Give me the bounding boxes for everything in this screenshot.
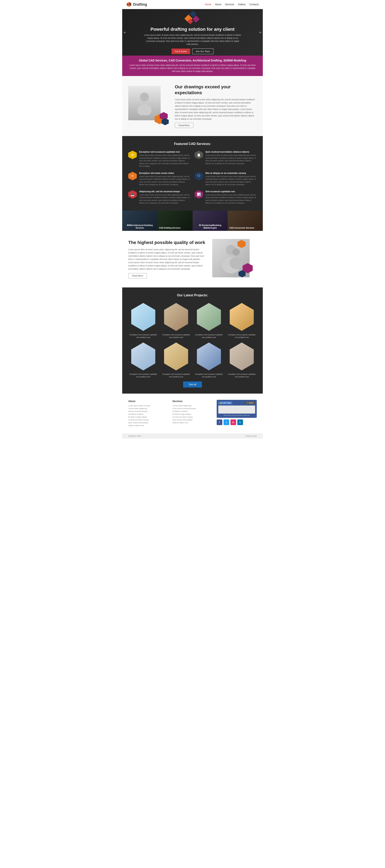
- project-item-8[interactable]: Excepteur sint occaecat cupidatat non pr…: [227, 341, 257, 378]
- project-hex-2: [162, 303, 190, 331]
- twitter-icon[interactable]: t: [224, 420, 229, 425]
- nav-about[interactable]: About: [215, 3, 221, 6]
- project-hex-wrapper-5: [128, 341, 158, 371]
- project-img-5: [129, 342, 157, 370]
- footer-about-link-4[interactable]: Incididunt ut labore: [128, 413, 168, 415]
- facebook-icon[interactable]: f: [217, 420, 223, 425]
- social-tagline: Be the first of your friends to like thi…: [218, 414, 255, 416]
- footer-about-link-5[interactable]: Et dolore magna aliqua: [128, 416, 168, 418]
- project-item-7[interactable]: Excepteur sint occaecat cupidatat non pr…: [194, 341, 224, 378]
- nav-gallery[interactable]: Gallery: [238, 3, 246, 6]
- purple-banner: Global CAD Services, CAD Conversion, Arc…: [122, 56, 263, 76]
- footer-services-link-4[interactable]: Et dolore magna aliqua: [172, 413, 212, 415]
- footer-about-link-3[interactable]: Sed do eiusmod tempor: [128, 410, 168, 412]
- service-cad[interactable]: CAD Drafting Services: [157, 211, 192, 231]
- about-description: Lorem ipsum dolor sit amet conse ctetur …: [175, 98, 257, 121]
- project-hex-8: [228, 342, 256, 370]
- quality-image: [212, 239, 257, 279]
- project-hex-5: [129, 342, 157, 370]
- footer-about-link-7[interactable]: Quis nostrud exercitation: [128, 422, 168, 424]
- footer-social-col: 👍 Like Page ↗ Share Be the first of your…: [217, 400, 257, 427]
- join-team-button[interactable]: Join Our Team: [192, 49, 213, 54]
- project-label-6: Excepteur sint occaecat cupidatat non pr…: [161, 373, 191, 378]
- privacy-link[interactable]: Privacy Policy: [245, 435, 257, 437]
- feature-title-6: Sint occaecat cupidatat non: [206, 190, 257, 193]
- project-item-5[interactable]: Excepteur sint occaecat cupidatat non pr…: [128, 341, 158, 378]
- nav-services[interactable]: Services: [225, 3, 234, 6]
- about-readmore-button[interactable]: Read More: [175, 123, 194, 128]
- see-all-button[interactable]: See all: [183, 381, 202, 388]
- footer-services-link-3[interactable]: Incididunt ut labore: [172, 410, 212, 412]
- services-images: BIM/Architectural Detailing Services CAD…: [122, 211, 263, 231]
- footer-services-link-2[interactable]: CAD and do eiusmod tempor: [172, 407, 212, 409]
- footer-about-link-1[interactable]: Lorem ipsum dolor sit amet: [128, 405, 168, 407]
- feature-icon-4: 🛡: [195, 172, 203, 180]
- service-bim[interactable]: BIM/Architectural Detailing Services: [122, 211, 157, 231]
- project-label-2: Excepteur sint occaecat cupidatat non pr…: [161, 334, 191, 339]
- project-hex-wrapper-8: [227, 341, 257, 371]
- hero-logo-polygon: [184, 10, 201, 25]
- project-hex-3: [195, 303, 223, 331]
- features-grid: ⚙ Excepteur sint occaecat cupidatat non …: [128, 151, 257, 205]
- feature-desc-5: Lorem ipsum dolor sit amet conse ctetur …: [139, 194, 190, 205]
- footer-services-title: Services: [172, 400, 212, 403]
- project-item-2[interactable]: Excepteur sint occaecat cupidatat non pr…: [161, 302, 191, 339]
- project-hex-wrapper-7: [194, 341, 224, 371]
- footer-about-link-2[interactable]: Conse ctetur adipiscing: [128, 407, 168, 409]
- footer-bottom: Drafting © 2015 Privacy Policy: [122, 433, 263, 439]
- hero-content: Powerful drafting solution for any clien…: [144, 10, 241, 54]
- service-cad-label: CAD Drafting Services: [159, 226, 181, 229]
- about-text: Our drawings exceed your expectations Lo…: [175, 84, 257, 128]
- hero-arrow-left[interactable]: «: [124, 31, 126, 34]
- svg-point-5: [137, 104, 151, 115]
- project-img-2: [162, 303, 190, 331]
- banner-title: Global CAD Services, CAD Conversion, Arc…: [128, 59, 257, 62]
- footer-services-col: Services Conse ctetur adipiscing CAD and…: [172, 400, 212, 427]
- features-title: Featured CAD Services:: [128, 142, 257, 146]
- project-img-8: [228, 342, 256, 370]
- feature-title-3: Excepteur sint amet conse ctetur: [139, 172, 190, 174]
- footer-about-link-8[interactable]: Ullamco laboris nisi: [128, 425, 168, 427]
- quality-readmore-button[interactable]: Read More: [128, 273, 147, 278]
- footer-services-link-1[interactable]: Conse ctetur adipiscing: [172, 405, 212, 407]
- feature-item-1: ⚙ Excepteur sint occaecat cupidatat non …: [128, 151, 190, 168]
- logo[interactable]: Drafting: [126, 2, 147, 7]
- feature-item-5: 💻 Adipiscing elit, sed do eiusmod tempo …: [128, 190, 190, 205]
- like-button[interactable]: 👍 Like Page: [218, 401, 233, 404]
- hero-arrow-right[interactable]: »: [259, 31, 261, 34]
- footer-services-link-6[interactable]: Quis nostrud exercitation: [172, 419, 212, 421]
- feature-desc-1: Lorem ipsum dolor sit amet conse ctetur …: [139, 154, 190, 168]
- feature-title-5: Adipiscing elit, sed do eiusmod tempo: [139, 190, 190, 193]
- svg-point-4: [140, 93, 149, 101]
- feature-item-2: 📋 Quis nostrud exercitation ullamco labo…: [195, 151, 257, 168]
- feature-content-4: Nisi ut aliquip ex ea commodo conseq Lor…: [206, 172, 257, 186]
- feature-content-2: Quis nostrud exercitation ullamco labori…: [206, 151, 257, 165]
- hero-section: « Powerful drafting solution for any cli…: [122, 9, 263, 56]
- linkedin-icon[interactable]: li: [237, 420, 243, 425]
- quality-section: The highest possible quality of work Lor…: [122, 231, 263, 287]
- footer-services-link-5[interactable]: Ut enim ad minim veniam: [172, 416, 212, 418]
- service-conv-label: CAD Conversion Services: [229, 226, 254, 229]
- share-button[interactable]: ↗ Share: [245, 401, 255, 404]
- hero-title: Powerful drafting solution for any clien…: [144, 27, 241, 32]
- nav-contacts[interactable]: Contacts: [249, 3, 259, 6]
- service-bim-label: BIM/Architectural Detailing Services: [124, 224, 156, 229]
- nav-home[interactable]: Home: [205, 3, 211, 6]
- project-hex-wrapper-6: [161, 341, 191, 371]
- features-section: Featured CAD Services: ⚙ Excepteur sint …: [122, 136, 263, 211]
- project-label-7: Excepteur sint occaecat cupidatat non pr…: [194, 373, 224, 378]
- get-quote-button[interactable]: Get A Quote: [172, 49, 190, 54]
- project-img-6: [162, 342, 190, 370]
- project-item-4[interactable]: Excepteur sint occaecat cupidatat non pr…: [227, 302, 257, 339]
- project-item-6[interactable]: Excepteur sint occaecat cupidatat non pr…: [161, 341, 191, 378]
- service-render[interactable]: 3D Rendering/Modeling Walkthroughs: [192, 211, 228, 231]
- project-label-1: Excepteur sint occaecat cupidatat non pr…: [128, 334, 158, 339]
- footer-about-link-6[interactable]: Ut enim ad minim veniam: [128, 419, 168, 421]
- footer-services-link-7[interactable]: Ullamco laboris nisi: [172, 422, 212, 424]
- project-item-1[interactable]: Excepteur sint occaecat cupidatat non pr…: [128, 302, 158, 339]
- feature-content-5: Adipiscing elit, sed do eiusmod tempo Lo…: [139, 190, 190, 205]
- project-item-3[interactable]: Excepteur sint occaecat cupidatat non pr…: [194, 302, 224, 339]
- project-hex-4: [228, 303, 256, 331]
- instagram-icon[interactable]: in: [231, 420, 236, 425]
- service-conv[interactable]: CAD Conversion Services: [228, 211, 263, 231]
